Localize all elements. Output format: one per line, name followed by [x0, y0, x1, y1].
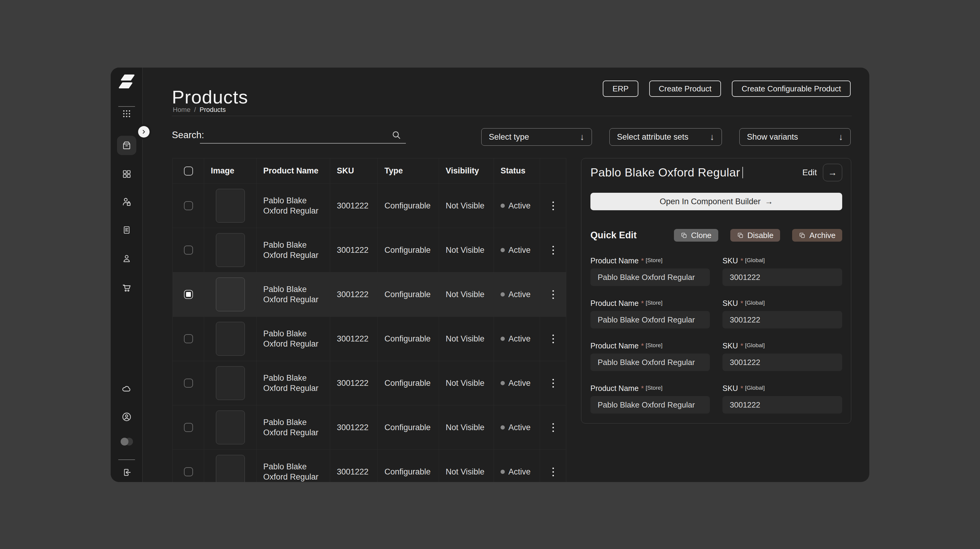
product-name-cell: Pablo Blake Oxford Regular	[257, 228, 330, 272]
status-cell: Active	[494, 450, 540, 482]
sku-field: SKU * [Global]	[722, 384, 842, 414]
required-asterisk: *	[641, 299, 644, 308]
sidebar-item-account[interactable]	[121, 411, 132, 422]
row-checkbox-cell	[173, 272, 204, 317]
kebab-icon	[552, 342, 554, 343]
erp-button[interactable]: ERP	[603, 81, 638, 97]
select-all-checkbox[interactable]	[184, 167, 193, 175]
product-name-field: Product Name * [Store]	[590, 342, 710, 371]
column-header-actions	[540, 158, 566, 183]
status-dot	[501, 469, 505, 474]
archive-label: Archive	[809, 231, 835, 240]
status-cell: Active	[494, 317, 540, 361]
row-menu-button[interactable]	[540, 406, 566, 449]
select-all-checkbox-cell	[173, 158, 204, 183]
product-name-input[interactable]	[590, 269, 710, 286]
product-image-placeholder	[216, 322, 245, 356]
edit-button[interactable]: Edit	[802, 168, 817, 177]
type-cell: Configurable	[378, 317, 439, 361]
row-checkbox[interactable]	[184, 467, 193, 476]
open-in-component-builder-button[interactable]: Open In Component Builder →	[590, 193, 842, 210]
status-dot	[501, 381, 505, 385]
sidebar-item-cloud[interactable]	[121, 384, 132, 394]
kebab-icon	[552, 290, 554, 292]
sidebar-item-products[interactable]	[117, 136, 136, 155]
status-label: Active	[508, 423, 531, 432]
sidebar-item-dashboard[interactable]	[121, 169, 132, 179]
product-name-label-row: Product Name * [Store]	[590, 299, 710, 308]
sku-input[interactable]	[722, 396, 842, 414]
kebab-icon	[552, 471, 554, 473]
clone-button[interactable]: Clone	[674, 229, 718, 242]
select-type-dropdown[interactable]: Select type ↓	[481, 128, 592, 146]
product-image-placeholder	[216, 233, 245, 267]
row-checkbox[interactable]	[184, 201, 193, 210]
sku-cell: 3001222	[330, 272, 378, 317]
archive-button[interactable]: Archive	[792, 229, 842, 242]
create-product-button[interactable]: Create Product	[649, 81, 721, 97]
row-checkbox[interactable]	[184, 423, 193, 432]
quick-edit-title: Quick Edit	[590, 230, 636, 241]
table-row[interactable]: Pablo Blake Oxford Regular 3001222 Confi…	[173, 272, 566, 317]
sidebar-item-apps[interactable]	[122, 109, 132, 119]
table-row[interactable]: Pablo Blake Oxford Regular 3001222 Confi…	[173, 405, 566, 449]
status-label: Active	[508, 290, 531, 299]
sidebar-item-profile[interactable]	[121, 253, 132, 264]
product-name-input[interactable]	[590, 353, 710, 371]
global-scope-label: [Global]	[745, 385, 765, 391]
row-menu-button[interactable]	[540, 184, 566, 228]
table-row[interactable]: Pablo Blake Oxford Regular 3001222 Confi…	[173, 317, 566, 361]
edit-arrow-button[interactable]: →	[823, 164, 842, 181]
sidebar-item-logout[interactable]	[121, 467, 132, 477]
select-attribute-sets-dropdown[interactable]: Select attribute sets ↓	[609, 128, 722, 146]
row-checkbox[interactable]	[184, 290, 193, 299]
create-configurable-product-button[interactable]: Create Configurable Product	[732, 81, 851, 97]
app-window: Products ERP Create Product Create Confi…	[111, 68, 869, 482]
table-row[interactable]: Pablo Blake Oxford Regular 3001222 Confi…	[173, 361, 566, 405]
sku-input[interactable]	[722, 269, 842, 286]
row-checkbox[interactable]	[184, 245, 193, 255]
row-menu-button[interactable]	[540, 317, 566, 361]
profile-icon	[121, 253, 132, 264]
sidebar-expand-button[interactable]	[138, 126, 150, 138]
table-row[interactable]: Pablo Blake Oxford Regular 3001222 Confi…	[173, 449, 566, 482]
theme-toggle[interactable]	[121, 438, 133, 446]
visibility-cell: Not Visible	[439, 406, 494, 449]
products-table: Image Product Name SKU Type Visibility S…	[172, 158, 566, 482]
product-name-input[interactable]	[590, 396, 710, 414]
sidebar-item-orders[interactable]	[121, 225, 132, 235]
kebab-icon	[552, 298, 554, 299]
sku-cell: 3001222	[330, 228, 378, 272]
sku-input[interactable]	[722, 353, 842, 371]
disable-button[interactable]: Disable	[730, 229, 780, 242]
show-variants-dropdown[interactable]: Show variants ↓	[739, 128, 851, 146]
breadcrumb-home-link[interactable]: Home	[173, 106, 191, 114]
row-checkbox-cell	[173, 228, 204, 272]
sidebar-item-customers[interactable]	[121, 196, 132, 207]
row-checkbox[interactable]	[184, 334, 193, 343]
row-menu-button[interactable]	[540, 272, 566, 317]
clone-label: Clone	[691, 231, 712, 240]
kebab-icon	[552, 427, 554, 428]
sku-cell: 3001222	[330, 184, 378, 228]
search-input[interactable]	[200, 128, 406, 143]
row-checkbox[interactable]	[184, 379, 193, 388]
global-scope-label: [Global]	[745, 257, 765, 264]
field-group: Product Name * [Store] SKU * [Global]	[590, 256, 842, 286]
type-cell: Configurable	[378, 228, 439, 272]
sku-label: SKU	[722, 342, 738, 350]
sidebar-item-cart[interactable]	[121, 283, 132, 293]
table-row[interactable]: Pablo Blake Oxford Regular 3001222 Confi…	[173, 183, 566, 228]
row-checkbox-cell	[173, 317, 204, 361]
column-header-sku: SKU	[330, 158, 378, 183]
search-icon[interactable]	[390, 129, 402, 140]
customers-icon	[121, 196, 132, 207]
row-menu-button[interactable]	[540, 228, 566, 272]
required-asterisk: *	[740, 342, 743, 350]
sku-input[interactable]	[722, 311, 842, 328]
row-menu-button[interactable]	[540, 450, 566, 482]
table-row[interactable]: Pablo Blake Oxford Regular 3001222 Confi…	[173, 228, 566, 272]
row-menu-button[interactable]	[540, 361, 566, 405]
field-group: Product Name * [Store] SKU * [Global]	[590, 342, 842, 371]
product-name-input[interactable]	[590, 311, 710, 328]
